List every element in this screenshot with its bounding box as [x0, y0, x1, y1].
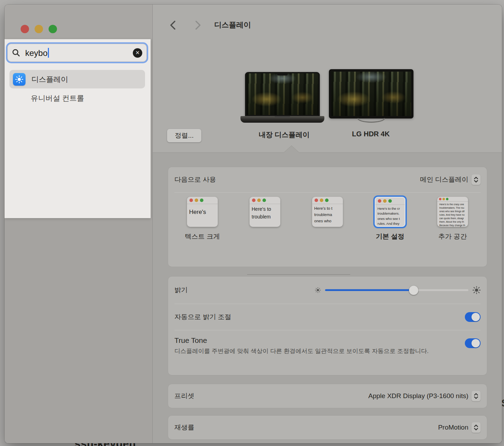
scaling-option-more-space[interactable]: Here's to the crazy one troublemakers. T… — [428, 197, 477, 241]
mini-minimize-icon — [442, 198, 445, 200]
laptop-notch — [277, 73, 288, 75]
mini-minimize-icon — [195, 199, 198, 202]
window-controls — [21, 25, 57, 33]
scaling-preview: Here's to the crazy one troublemakers. T… — [437, 197, 468, 227]
scaling-options: Here's 텍스트 크게 Here's to troublem — [168, 193, 487, 267]
minimize-window-button[interactable] — [35, 25, 43, 33]
auto-brightness-label: 자동으로 밝기 조절 — [174, 312, 231, 322]
laptop-base-notch — [275, 116, 290, 118]
monitor-wallpaper — [331, 72, 411, 116]
zoom-window-button[interactable] — [49, 25, 57, 33]
scaling-option-3[interactable]: Here's to t troublema ones who — [303, 197, 352, 232]
display-preview-area: 디스플레이 내장 디스플레이 LG HDR 4 — [153, 5, 502, 153]
scaling-track-line — [247, 274, 350, 275]
external-display-name: LG HDR 4K — [352, 130, 390, 138]
scaling-option-2[interactable]: Here's to troublem — [240, 197, 289, 232]
forward-button[interactable] — [192, 19, 204, 31]
mini-zoom-icon — [262, 199, 266, 202]
auto-brightness-toggle[interactable] — [465, 312, 481, 322]
true-tone-description: 디스플레이를 주변광에 맞춰 색상이 다른 환경에서도 일관적으로 보이도록 자… — [174, 347, 430, 356]
true-tone-label: True Tone — [174, 336, 430, 345]
true-tone-row: True Tone 디스플레이를 주변광에 맞춰 색상이 다른 환경에서도 일관… — [168, 330, 487, 374]
search-results-panel: keybo ✕ 디스플레이 유니버 — [5, 39, 151, 218]
mini-window-titlebar — [375, 197, 405, 205]
group-preset: 프리셋 Apple XDR Display (P3-1600 nits) — [168, 384, 487, 408]
mini-close-icon — [252, 199, 255, 202]
refresh-rate-popup[interactable]: ProMotion — [438, 422, 481, 433]
settings-scroll-area: 다음으로 사용 메인 디스플레이 — [153, 153, 502, 443]
mini-minimize-icon — [257, 199, 261, 202]
display-thumbnail-external[interactable] — [329, 69, 413, 127]
brightness-row: 밝기 — [168, 276, 487, 304]
slider-fill — [325, 289, 414, 291]
main-panel: 디스플레이 내장 디스플레이 LG HDR 4 — [153, 5, 502, 443]
scaling-preview-selected: Here's to the cr troublemakers. ones who… — [375, 197, 405, 227]
sun-dim-icon — [315, 287, 321, 293]
scaling-preview: Here's to t troublema ones who — [312, 197, 343, 227]
stepper-icon[interactable] — [471, 391, 481, 401]
search-result-displays[interactable]: 디스플레이 — [9, 70, 145, 88]
search-input[interactable]: keybo ✕ — [7, 44, 147, 62]
preset-label: 프리셋 — [174, 391, 194, 401]
slider-track[interactable] — [325, 289, 468, 291]
mini-minimize-icon — [383, 199, 387, 203]
brightness-slider[interactable] — [315, 286, 481, 294]
preview-text: Here's to the crazy one troublemakers. T… — [437, 202, 468, 227]
sun-bright-icon — [473, 286, 481, 294]
mini-close-icon — [315, 199, 318, 202]
text-caret — [48, 48, 49, 58]
use-as-label: 다음으로 사용 — [174, 175, 216, 184]
scaling-preview: Here's to troublem — [250, 197, 280, 227]
monitor-screen — [329, 69, 413, 118]
brightness-label: 밝기 — [174, 286, 188, 295]
system-settings-window: keybo ✕ 디스플레이 유니버 — [5, 5, 502, 443]
mini-window-titlebar — [187, 197, 218, 204]
brightness-icon — [13, 73, 26, 86]
preset-popup[interactable]: Apple XDR Display (P3-1600 nits) — [368, 391, 481, 401]
use-as-popup[interactable]: 메인 디스플레이 — [420, 174, 481, 185]
toggle-knob — [471, 313, 480, 321]
preset-value: Apple XDR Display (P3-1600 nits) — [368, 392, 468, 400]
preset-row: 프리셋 Apple XDR Display (P3-1600 nits) — [168, 384, 487, 408]
search-result-label: 디스플레이 — [31, 74, 68, 84]
scaling-option-larger-text[interactable]: Here's 텍스트 크게 — [178, 197, 227, 241]
mini-window-titlebar — [250, 197, 280, 204]
slider-thumb[interactable] — [409, 286, 418, 295]
use-as-value: 메인 디스플레이 — [420, 175, 468, 184]
refresh-rate-value: ProMotion — [438, 424, 468, 431]
sidebar-titlebar — [5, 5, 152, 39]
true-tone-toggle[interactable] — [465, 338, 481, 348]
mini-minimize-icon — [320, 199, 323, 202]
clear-search-button[interactable]: ✕ — [133, 48, 142, 58]
scaling-label: 추가 공간 — [428, 232, 477, 241]
mini-zoom-icon — [388, 199, 392, 203]
stepper-icon[interactable] — [471, 174, 481, 185]
arrange-button[interactable]: 정렬... — [167, 129, 201, 142]
chevron-left-icon — [170, 21, 176, 30]
search-input-value: keybo — [25, 48, 49, 58]
auto-brightness-row: 자동으로 밝기 조절 — [168, 304, 487, 330]
toggle-knob — [471, 339, 480, 347]
mini-close-icon — [378, 199, 381, 203]
scaling-option-default[interactable]: Here's to the cr troublemakers. ones who… — [366, 197, 415, 241]
mini-close-icon — [189, 199, 193, 202]
search-result-universal-control[interactable]: 유니버설 컨트롤 — [31, 93, 84, 103]
close-window-button[interactable] — [21, 25, 29, 33]
back-button[interactable] — [167, 19, 179, 31]
mini-zoom-icon — [200, 199, 203, 202]
display-thumbnail-builtin[interactable] — [240, 72, 324, 127]
scaling-label: 텍스트 크게 — [178, 232, 227, 241]
builtin-display-name: 내장 디스플레이 — [259, 130, 310, 139]
mini-window-titlebar — [312, 197, 343, 204]
search-icon — [12, 49, 20, 57]
preview-text: Here's to t troublema ones who — [312, 204, 343, 225]
refresh-rate-row: 재생률 ProMotion — [168, 416, 487, 439]
mini-close-icon — [439, 198, 441, 200]
mini-zoom-icon — [446, 198, 448, 200]
stepper-icon[interactable] — [471, 422, 481, 433]
chevron-right-icon — [195, 21, 201, 30]
monitor-stand — [358, 118, 385, 123]
selected-display-caret — [284, 146, 299, 153]
group-use-as-scaling: 다음으로 사용 메인 디스플레이 — [168, 167, 487, 267]
group-refresh-rate: 재생률 ProMotion — [168, 416, 487, 439]
